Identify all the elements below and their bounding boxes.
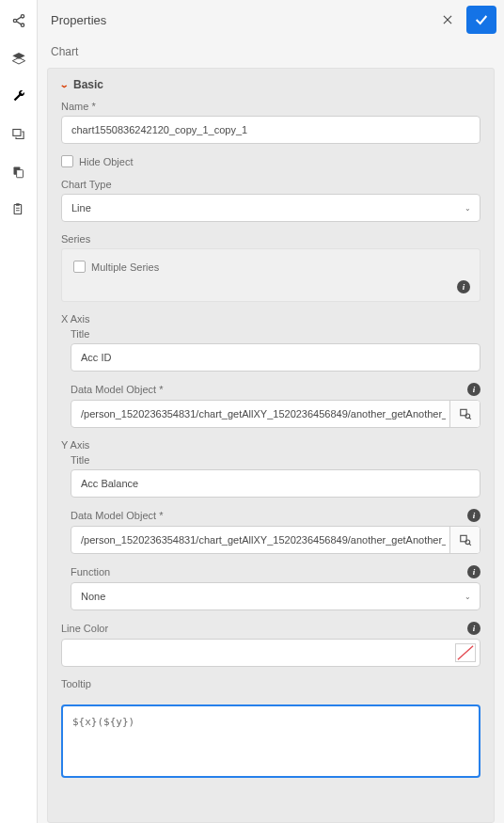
info-icon[interactable]: i (467, 565, 480, 578)
xaxis-dmo-input[interactable] (71, 400, 480, 428)
function-label: Function (71, 566, 110, 578)
section-basic-header[interactable]: ⌄ Basic (48, 69, 494, 101)
wrench-icon[interactable] (9, 87, 28, 105)
xaxis-label: X Axis (61, 313, 480, 324)
info-icon[interactable]: i (467, 509, 480, 522)
properties-panel: Properties Chart ⌄ Basic Name * Hide Obj… (38, 0, 504, 823)
hide-object-label: Hide Object (79, 156, 133, 167)
confirm-button[interactable] (466, 6, 496, 34)
panel-header: Properties (38, 0, 504, 40)
line-color-label: Line Color (61, 623, 108, 634)
yaxis-label: Y Axis (61, 439, 480, 451)
chevron-down-icon: ⌄ (59, 80, 70, 89)
series-label: Series (61, 233, 480, 245)
svg-point-2 (21, 24, 24, 26)
xaxis-dmo-label: Data Model Object * (71, 384, 163, 395)
info-icon[interactable]: i (467, 383, 480, 396)
form-container: ⌄ Basic Name * Hide Object Chart Type Li… (47, 68, 495, 823)
panel-title: Properties (51, 13, 434, 27)
svg-line-21 (469, 544, 471, 546)
color-swatch-none[interactable] (455, 643, 476, 662)
hide-object-checkbox[interactable] (61, 155, 73, 167)
svg-line-22 (458, 646, 473, 659)
svg-point-1 (13, 19, 16, 22)
svg-rect-9 (17, 169, 24, 177)
svg-rect-10 (14, 204, 22, 214)
browse-button[interactable] (449, 401, 480, 427)
multiple-series-row[interactable]: Multiple Series (73, 261, 468, 273)
copy-icon[interactable] (9, 162, 28, 181)
multiple-series-label: Multiple Series (91, 261, 159, 273)
clipboard-icon[interactable] (9, 199, 28, 218)
function-select[interactable]: None (71, 582, 480, 610)
close-button[interactable] (434, 7, 461, 33)
svg-rect-11 (16, 203, 20, 206)
xaxis-title-input[interactable] (71, 343, 480, 372)
name-input[interactable] (61, 116, 480, 144)
info-icon[interactable]: i (467, 622, 480, 635)
series-subpanel: Multiple Series i (61, 248, 480, 302)
svg-line-4 (16, 22, 21, 24)
svg-point-0 (21, 15, 24, 18)
left-rail (0, 0, 38, 823)
share-icon[interactable] (9, 11, 28, 30)
browse-button[interactable] (449, 527, 480, 553)
tooltip-textarea[interactable] (61, 704, 480, 778)
yaxis-title-input[interactable] (71, 469, 480, 498)
section-title: Basic (73, 78, 103, 91)
svg-point-20 (465, 540, 470, 545)
name-label: Name * (61, 101, 480, 112)
hide-object-row[interactable]: Hide Object (61, 155, 480, 167)
info-icon[interactable]: i (457, 280, 470, 293)
line-color-input[interactable] (61, 639, 480, 667)
svg-line-18 (469, 418, 471, 419)
panel-subheading: Chart (38, 40, 504, 68)
yaxis-title-label: Title (71, 454, 480, 466)
data-icon[interactable] (9, 124, 28, 143)
xaxis-title-label: Title (71, 328, 480, 340)
svg-rect-7 (13, 129, 21, 135)
svg-line-3 (16, 17, 21, 20)
layers-icon[interactable] (9, 49, 28, 68)
chart-type-label: Chart Type (61, 179, 480, 190)
tooltip-label: Tooltip (61, 678, 480, 689)
chart-type-select[interactable]: Line (61, 194, 480, 222)
multiple-series-checkbox[interactable] (73, 261, 86, 273)
yaxis-dmo-label: Data Model Object * (71, 510, 163, 521)
yaxis-dmo-input[interactable] (71, 526, 480, 554)
